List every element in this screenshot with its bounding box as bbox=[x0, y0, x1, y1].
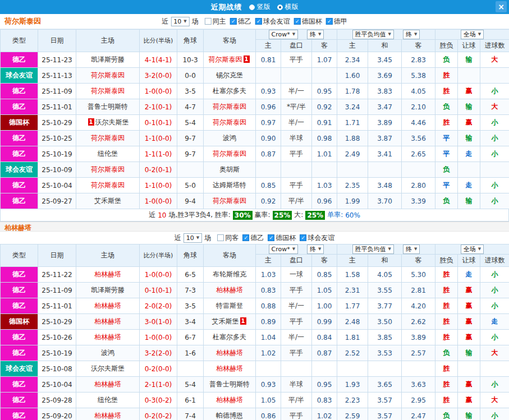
radio-selected-icon[interactable] bbox=[277, 4, 283, 10]
team-link[interactable]: 柏林赫塔 bbox=[94, 302, 121, 310]
avg-odds-select[interactable]: 胜平负均值▼ bbox=[352, 30, 394, 39]
filter-checkbox-德国杯[interactable]: ✓德国杯 bbox=[268, 233, 296, 243]
team-link[interactable]: 帕德博恩 bbox=[216, 412, 243, 419]
filter-checkbox-德国杯[interactable]: ✓德国杯 bbox=[294, 17, 322, 26]
match-date: 25-10-26 bbox=[38, 330, 76, 345]
team-link[interactable]: 锡尔克堡 bbox=[216, 71, 243, 79]
checkbox-checked-icon[interactable]: ✓ bbox=[326, 18, 333, 25]
league-type-cell[interactable]: 德乙 bbox=[1, 84, 38, 99]
checkbox-checked-icon[interactable]: ✓ bbox=[294, 18, 301, 25]
avg-home-odds: 1.99 bbox=[337, 193, 368, 209]
checkbox-checked-icon[interactable]: ✓ bbox=[268, 234, 274, 241]
league-type-cell[interactable]: 球会友谊 bbox=[1, 361, 38, 377]
league-type-cell[interactable]: 德乙 bbox=[1, 52, 38, 68]
team-link[interactable]: 凯泽斯劳滕 bbox=[91, 56, 125, 63]
league-type-cell[interactable]: 德国杯 bbox=[1, 314, 38, 330]
league-type-cell[interactable]: 德乙 bbox=[1, 267, 38, 283]
team-link[interactable]: 杜塞尔多夫 bbox=[213, 333, 246, 341]
filter-checkbox-球会友谊[interactable]: ✓球会友谊 bbox=[255, 17, 290, 26]
team-link[interactable]: 达姆斯塔特 bbox=[213, 181, 246, 189]
checkbox-checked-icon[interactable]: ✓ bbox=[255, 18, 262, 25]
team-link[interactable]: 柏林赫塔 bbox=[216, 396, 243, 404]
final-odds-select[interactable]: 终▼ bbox=[307, 30, 324, 39]
filter-checkbox-同主[interactable]: 同主 bbox=[205, 17, 226, 26]
handicap-result-cell bbox=[458, 162, 480, 178]
league-type-cell[interactable]: 德乙 bbox=[1, 393, 38, 408]
team-link[interactable]: 荷尔斯泰因 bbox=[213, 150, 246, 158]
team-link[interactable]: 奥胡斯 bbox=[219, 165, 240, 173]
league-type-cell[interactable]: 德乙 bbox=[1, 377, 38, 393]
team-link[interactable]: 杜塞尔多夫 bbox=[213, 87, 246, 95]
filter-checkbox-德乙[interactable]: ✓德乙 bbox=[230, 17, 251, 26]
checkbox-checked-icon[interactable]: ✓ bbox=[242, 234, 249, 241]
team-link[interactable]: 柏林赫塔 bbox=[94, 317, 121, 325]
team-link[interactable]: 布轮斯维克 bbox=[213, 270, 246, 278]
league-type-cell[interactable]: 德乙 bbox=[1, 330, 38, 345]
team-link[interactable]: 沃尔夫斯堡 bbox=[91, 364, 125, 372]
team-link[interactable]: 柏林赫塔 bbox=[94, 333, 121, 341]
league-type-cell[interactable]: 德乙 bbox=[1, 178, 38, 193]
league-type-cell[interactable]: 德乙 bbox=[1, 283, 38, 298]
match-count-select[interactable]: 10 ▼ bbox=[184, 233, 202, 243]
scope-select[interactable]: 全场▼ bbox=[461, 30, 484, 39]
team-link[interactable]: 柏林赫塔 bbox=[216, 286, 243, 294]
bookmaker-select[interactable]: Crow*▼ bbox=[269, 244, 299, 254]
team-link[interactable]: 沃尔夫斯堡 bbox=[95, 118, 129, 126]
team-link[interactable]: 荷尔斯泰因 bbox=[209, 56, 242, 63]
team-link[interactable]: 凯泽斯劳滕 bbox=[91, 286, 125, 294]
filter-checkbox-同客[interactable]: 同客 bbox=[217, 233, 239, 243]
team-link[interactable]: 柏林赫塔 bbox=[216, 364, 243, 372]
team-link[interactable]: 普鲁士明斯特 bbox=[209, 380, 250, 388]
filter-checkbox-德乙[interactable]: ✓德乙 bbox=[242, 233, 264, 243]
layout-horizontal-option[interactable]: 横版 bbox=[277, 2, 299, 12]
filter-checkbox-德甲[interactable]: ✓德甲 bbox=[326, 17, 347, 26]
league-type-cell[interactable]: 球会友谊 bbox=[1, 68, 38, 84]
filter-checkbox-球会友谊[interactable]: ✓球会友谊 bbox=[300, 233, 334, 243]
avg-odds-select[interactable]: 胜平负均值▼ bbox=[352, 244, 394, 254]
handicap-line: 平/半 bbox=[281, 193, 312, 209]
team-link[interactable]: 波鸿 bbox=[101, 349, 114, 357]
checkbox-unchecked-icon[interactable] bbox=[217, 234, 224, 241]
team-link[interactable]: 荷尔斯泰因 bbox=[213, 118, 246, 126]
scope-select[interactable]: 全场▼ bbox=[461, 244, 484, 254]
team-link[interactable]: 荷尔斯泰因 bbox=[213, 197, 246, 205]
team-link[interactable]: 柏林赫塔 bbox=[94, 270, 121, 278]
team-link[interactable]: 荷尔斯泰因 bbox=[213, 103, 246, 110]
close-button[interactable]: × bbox=[496, 1, 507, 12]
team-link[interactable]: 普鲁士明斯特 bbox=[88, 103, 128, 110]
team-link[interactable]: 纽伦堡 bbox=[98, 396, 118, 404]
league-type-cell[interactable]: 德乙 bbox=[1, 408, 38, 420]
team-link[interactable]: 艾禾斯堡 bbox=[94, 197, 121, 205]
checkbox-unchecked-icon[interactable] bbox=[205, 18, 212, 25]
checkbox-checked-icon[interactable]: ✓ bbox=[300, 234, 306, 241]
radio-unselected-icon[interactable] bbox=[249, 4, 255, 10]
team-link[interactable]: 荷尔斯泰因 bbox=[91, 71, 125, 79]
match-count-select[interactable]: 10 ▼ bbox=[171, 17, 189, 26]
league-type-cell[interactable]: 德乙 bbox=[1, 345, 38, 361]
league-type-cell[interactable]: 德乙 bbox=[1, 131, 38, 146]
final-odds-select[interactable]: 终▼ bbox=[307, 244, 324, 254]
league-type-cell[interactable]: 德乙 bbox=[1, 99, 38, 115]
team-link[interactable]: 柏林赫塔 bbox=[94, 412, 121, 419]
layout-vertical-option[interactable]: 竖版 bbox=[249, 2, 270, 12]
team-link[interactable]: 特雷斯登 bbox=[216, 302, 243, 310]
bookmaker-select[interactable]: Crow*▼ bbox=[269, 30, 299, 39]
final-avg-select[interactable]: 终▼ bbox=[403, 30, 420, 39]
team-link[interactable]: 纽伦堡 bbox=[98, 150, 118, 158]
team-link[interactable]: 荷尔斯泰因 bbox=[91, 134, 125, 142]
team-link[interactable]: 荷尔斯泰因 bbox=[91, 181, 125, 189]
select-value: 终 bbox=[406, 31, 412, 38]
league-type-cell[interactable]: 德国杯 bbox=[1, 115, 38, 131]
final-avg-select[interactable]: 终▼ bbox=[403, 244, 420, 254]
team-link[interactable]: 柏林赫塔 bbox=[216, 349, 243, 357]
team-link[interactable]: 荷尔斯泰因 bbox=[91, 87, 125, 95]
league-type-cell[interactable]: 德乙 bbox=[1, 193, 38, 209]
league-type-cell[interactable]: 德乙 bbox=[1, 298, 38, 314]
league-type-cell[interactable]: 球会友谊 bbox=[1, 162, 38, 178]
checkbox-checked-icon[interactable]: ✓ bbox=[230, 18, 237, 25]
team-link[interactable]: 波鸿 bbox=[223, 134, 236, 142]
league-type-cell[interactable]: 德乙 bbox=[1, 146, 38, 162]
team-link[interactable]: 艾禾斯堡 bbox=[212, 317, 239, 325]
team-link[interactable]: 柏林赫塔 bbox=[94, 380, 121, 388]
team-link[interactable]: 荷尔斯泰因 bbox=[91, 165, 125, 173]
